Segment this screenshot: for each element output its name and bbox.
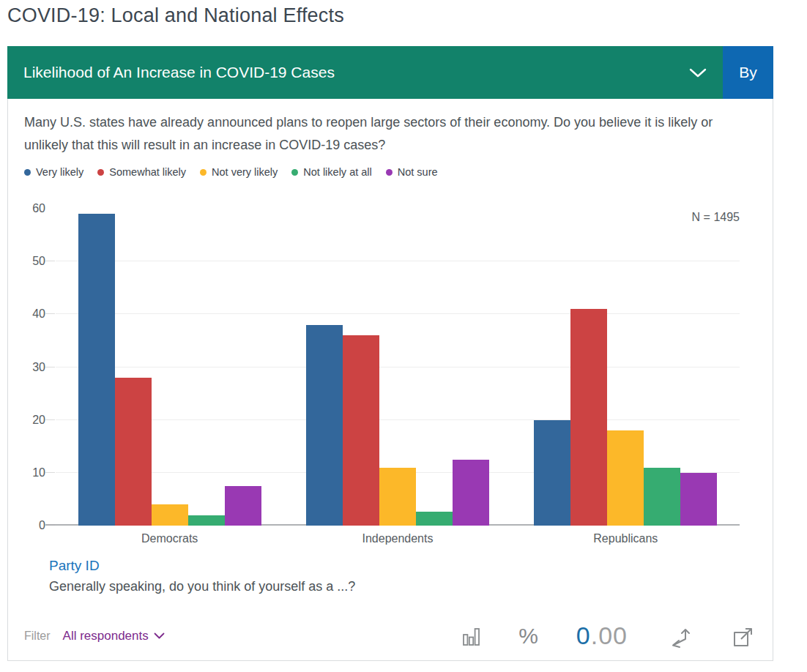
legend-item: Not sure bbox=[386, 166, 438, 178]
legend-item: Very likely bbox=[24, 166, 83, 178]
bar-very-likely-independents[interactable] bbox=[306, 325, 343, 526]
y-axis-tick-label: 30 bbox=[32, 361, 45, 374]
legend-label: Very likely bbox=[36, 166, 83, 178]
y-axis-tick-label: 50 bbox=[32, 255, 45, 268]
chevron-down-icon bbox=[154, 632, 165, 639]
bar-not-sure-democrats[interactable] bbox=[225, 486, 261, 526]
y-axis-tick bbox=[45, 419, 55, 420]
filter-label: Filter bbox=[24, 630, 51, 643]
bar-very-likely-democrats[interactable] bbox=[78, 214, 115, 526]
plot-area: N = 1495 0102030405060DemocratsIndepende… bbox=[56, 209, 740, 526]
bar-not-very-likely-republicans[interactable] bbox=[607, 430, 644, 526]
legend-dot-icon bbox=[291, 169, 298, 176]
bar-group-democrats: Democrats bbox=[78, 209, 261, 526]
bar-not-likely-at-all-democrats[interactable] bbox=[188, 515, 225, 526]
bar-somewhat-likely-independents[interactable] bbox=[343, 335, 379, 526]
y-axis-tick-label: 20 bbox=[32, 414, 45, 427]
bar-not-very-likely-democrats[interactable] bbox=[152, 504, 188, 526]
toolbar: % 0.00 bbox=[462, 621, 755, 650]
y-axis-tick-label: 0 bbox=[39, 519, 45, 532]
legend-item: Not very likely bbox=[200, 166, 278, 178]
legend-label: Not sure bbox=[398, 166, 438, 178]
chevron-down-icon[interactable] bbox=[689, 68, 707, 78]
legend-dot-icon bbox=[24, 169, 31, 176]
x-variable-question: Generally speaking, do you think of your… bbox=[49, 579, 773, 594]
legend-dot-icon bbox=[200, 169, 207, 176]
legend-item: Somewhat likely bbox=[97, 166, 186, 178]
variable-header[interactable]: Likelihood of An Increase in COVID-19 Ca… bbox=[7, 46, 773, 99]
bar-not-sure-republicans[interactable] bbox=[680, 473, 717, 526]
bar-not-sure-independents[interactable] bbox=[453, 460, 489, 526]
legend-label: Not very likely bbox=[212, 166, 278, 178]
y-axis-tick bbox=[45, 472, 55, 473]
x-axis-category-label: Independents bbox=[306, 532, 489, 545]
y-axis-tick bbox=[45, 261, 55, 261]
y-axis-tick bbox=[45, 524, 55, 526]
swap-axes-icon[interactable] bbox=[666, 623, 692, 649]
percent-icon[interactable]: % bbox=[518, 624, 538, 649]
y-axis-tick bbox=[45, 367, 55, 367]
bar-group-independents: Independents bbox=[306, 209, 489, 526]
x-variable-link[interactable]: Party ID bbox=[49, 558, 773, 574]
y-axis-tick-label: 40 bbox=[32, 307, 45, 321]
legend-item: Not likely at all bbox=[291, 166, 371, 178]
card-footer: Filter All respondents % 0.00 bbox=[24, 621, 755, 650]
bar-somewhat-likely-republicans[interactable] bbox=[570, 309, 607, 526]
question-text: Many U.S. states have already announced … bbox=[24, 111, 754, 157]
bar-chart-icon[interactable] bbox=[462, 625, 480, 647]
filter-value-text: All respondents bbox=[63, 629, 149, 643]
bar-not-likely-at-all-independents[interactable] bbox=[416, 512, 453, 526]
bar-group-republicans: Republicans bbox=[534, 209, 717, 526]
numeric-display-lead: 0 bbox=[576, 621, 591, 650]
legend-label: Not likely at all bbox=[303, 166, 371, 178]
export-icon[interactable] bbox=[730, 624, 755, 649]
numeric-display-rest: .00 bbox=[591, 621, 628, 650]
legend-dot-icon bbox=[386, 169, 393, 176]
bar-groups: DemocratsIndependentsRepublicans bbox=[56, 209, 740, 526]
legend-label: Somewhat likely bbox=[109, 166, 186, 178]
y-axis-tick-label: 10 bbox=[32, 466, 45, 479]
bar-very-likely-republicans[interactable] bbox=[534, 420, 570, 526]
page-title: COVID-19: Local and National Effects bbox=[7, 4, 807, 27]
by-button[interactable]: By bbox=[723, 46, 773, 99]
bar-somewhat-likely-democrats[interactable] bbox=[115, 378, 152, 526]
legend: Very likelySomewhat likelyNot very likel… bbox=[24, 166, 773, 178]
variable-title: Likelihood of An Increase in COVID-19 Ca… bbox=[7, 64, 335, 81]
legend-dot-icon bbox=[97, 169, 104, 176]
numeric-display[interactable]: 0.00 bbox=[576, 621, 628, 650]
bar-not-likely-at-all-republicans[interactable] bbox=[644, 468, 680, 526]
bar-not-very-likely-independents[interactable] bbox=[379, 468, 416, 526]
analysis-card: Likelihood of An Increase in COVID-19 Ca… bbox=[7, 46, 773, 661]
x-axis-category-label: Democrats bbox=[78, 532, 261, 545]
filter-dropdown[interactable]: All respondents bbox=[63, 629, 165, 643]
y-axis-tick-label: 60 bbox=[32, 202, 45, 215]
x-axis-category-label: Republicans bbox=[534, 532, 717, 545]
x-variable-footnote: Party ID Generally speaking, do you thin… bbox=[49, 558, 773, 594]
y-axis-tick bbox=[45, 313, 55, 314]
